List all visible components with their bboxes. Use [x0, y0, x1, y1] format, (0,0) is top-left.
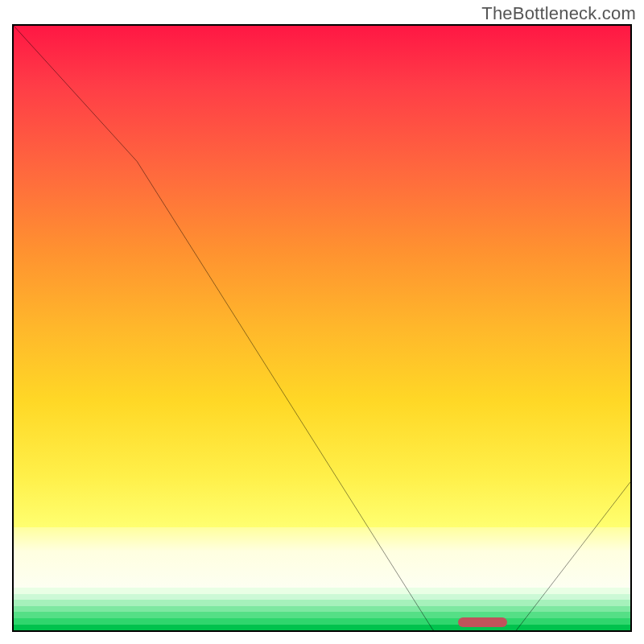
watermark-text: TheBottleneck.com: [481, 3, 636, 24]
optimal-range-marker: [458, 617, 507, 627]
chart-frame: [12, 24, 632, 632]
bottleneck-curve: [14, 26, 630, 632]
